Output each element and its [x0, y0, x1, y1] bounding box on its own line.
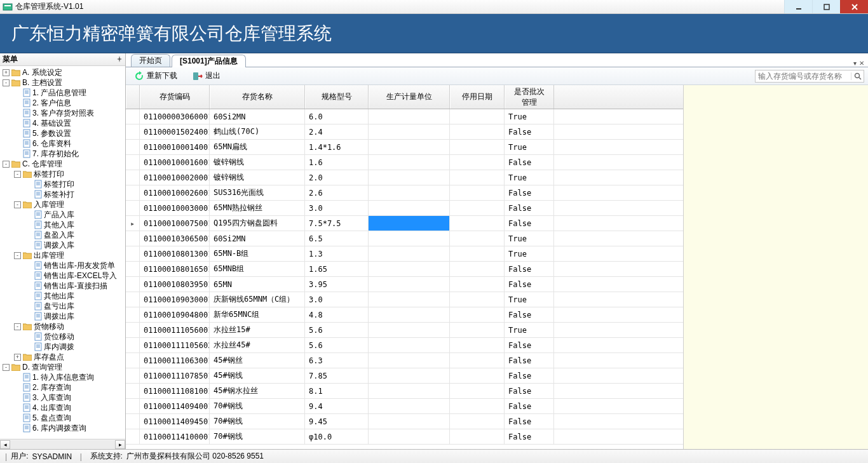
tab[interactable]: 开始页: [131, 54, 170, 67]
tree-item[interactable]: -D. 查询管理: [0, 362, 125, 372]
cell-name[interactable]: 60Si2MN: [210, 231, 305, 246]
cell-unit[interactable]: [369, 262, 450, 276]
table-row[interactable]: 011000100020001镀锌钢线2.0True: [126, 170, 683, 185]
cell-date[interactable]: [450, 185, 505, 200]
cell-spec[interactable]: φ10.0: [305, 429, 369, 444]
cell-name[interactable]: 新华65MNC组: [210, 307, 305, 322]
sidebar-scrollbar[interactable]: ◂ ▸: [0, 439, 125, 449]
cell-date[interactable]: [450, 109, 505, 124]
cell-date[interactable]: [450, 353, 505, 368]
collapse-icon[interactable]: -: [3, 79, 10, 86]
cell-batch[interactable]: True: [505, 323, 554, 337]
tree-item[interactable]: 2. 客户信息: [0, 98, 125, 108]
col-code[interactable]: 存货编码: [140, 85, 210, 109]
close-button[interactable]: [840, 0, 868, 13]
row-indicator[interactable]: [126, 231, 140, 246]
cell-name[interactable]: 鹤山线(70C): [210, 124, 305, 139]
cell-spec[interactable]: 6.3: [305, 353, 369, 368]
cell-unit[interactable]: [369, 185, 450, 200]
cell-name[interactable]: Q195四方钢盘圆料: [210, 216, 305, 231]
cell-code[interactable]: 011000108016501: [140, 262, 210, 276]
cell-code[interactable]: 011000111056001: [140, 323, 210, 337]
table-row[interactable]: 01100011107850145#钢线7.85False: [126, 368, 683, 384]
exit-button[interactable]: 退出: [188, 69, 225, 83]
cell-name[interactable]: 庆新钢线65MNM（C组）: [210, 292, 305, 307]
table-row[interactable]: 01100010801300165MN-B组1.3True: [126, 246, 683, 262]
tree-item[interactable]: 3. 入库查询: [0, 393, 125, 403]
tree-item[interactable]: 4. 基础设置: [0, 118, 125, 128]
tree-item[interactable]: 2. 库存查询: [0, 382, 125, 393]
table-row[interactable]: 011000111056001水拉丝15#5.6True: [126, 323, 683, 338]
cell-unit[interactable]: [369, 277, 450, 292]
cell-unit[interactable]: [369, 292, 450, 307]
cell-unit[interactable]: [369, 368, 450, 383]
row-indicator[interactable]: [126, 368, 140, 383]
row-indicator[interactable]: [126, 353, 140, 368]
cell-code[interactable]: 011000100014001: [140, 140, 210, 154]
col-selector[interactable]: [126, 85, 140, 109]
cell-name[interactable]: 70#钢线: [210, 429, 305, 444]
col-unit[interactable]: 生产计量单位: [369, 85, 450, 109]
cell-date[interactable]: [450, 429, 505, 444]
cell-batch[interactable]: True: [505, 231, 554, 246]
tree-item[interactable]: -货物移动: [0, 321, 125, 332]
cell-date[interactable]: [450, 338, 505, 352]
cell-unit[interactable]: [369, 170, 450, 185]
row-indicator[interactable]: [126, 292, 140, 307]
cell-name[interactable]: 镀锌钢线: [210, 155, 305, 170]
tree-item[interactable]: +库存盘点: [0, 352, 125, 362]
tree-item[interactable]: 6. 仓库资料: [0, 138, 125, 149]
cell-unit[interactable]: [369, 414, 450, 429]
table-row[interactable]: 011000100026001SUS316光面线2.6False: [126, 185, 683, 201]
table-row[interactable]: 01100010003000165MN熟拉钢丝3.0False: [126, 201, 683, 216]
cell-spec[interactable]: 4.8: [305, 307, 369, 322]
cell-code[interactable]: 011000111081001: [140, 384, 210, 398]
row-indicator[interactable]: [126, 399, 140, 413]
cell-spec[interactable]: 2.0: [305, 170, 369, 185]
cell-code[interactable]: 011000111105602: [140, 338, 210, 352]
cell-spec[interactable]: 1.4*1.6: [305, 140, 369, 154]
menu-tree[interactable]: +A. 系统设定-B. 主档设置1. 产品信息管理2. 客户信息3. 客户存货对…: [0, 66, 125, 439]
tree-item[interactable]: 7. 库存初始化: [0, 149, 125, 159]
cell-code[interactable]: 011000109030001: [140, 292, 210, 307]
cell-date[interactable]: [450, 262, 505, 276]
cell-unit[interactable]: [369, 124, 450, 139]
collapse-icon[interactable]: -: [3, 161, 10, 168]
tree-item[interactable]: 1. 待入库信息查询: [0, 372, 125, 382]
tab-dropdown-icon[interactable]: ▾: [853, 60, 857, 67]
tree-item[interactable]: 调拨入库: [0, 240, 125, 250]
cell-date[interactable]: [450, 201, 505, 215]
scroll-right-button[interactable]: ▸: [115, 440, 125, 449]
tree-item[interactable]: 其他出库: [0, 291, 125, 301]
table-row[interactable]: 011000109030001庆新钢线65MNM（C组）3.0True: [126, 292, 683, 307]
row-indicator[interactable]: [126, 323, 140, 337]
collapse-icon[interactable]: -: [14, 201, 21, 208]
cell-date[interactable]: [450, 323, 505, 337]
cell-code[interactable]: 011000111078501: [140, 368, 210, 383]
cell-spec[interactable]: 1.6: [305, 155, 369, 170]
tree-item[interactable]: 销售出库-直接扫描: [0, 281, 125, 291]
row-indicator[interactable]: [126, 185, 140, 200]
cell-date[interactable]: [450, 292, 505, 307]
table-row[interactable]: ▸011000100075001Q195四方钢盘圆料7.5*7.5False: [126, 216, 683, 231]
tree-item[interactable]: -出库管理: [0, 250, 125, 260]
table-row[interactable]: 01100000306000160Si2MN6.0True: [126, 109, 683, 124]
cell-spec[interactable]: 6.5: [305, 231, 369, 246]
cell-code[interactable]: 011000109048001: [140, 307, 210, 322]
cell-date[interactable]: [450, 170, 505, 185]
cell-spec[interactable]: 8.1: [305, 384, 369, 398]
cell-unit[interactable]: [369, 201, 450, 215]
cell-date[interactable]: [450, 368, 505, 383]
collapse-icon[interactable]: -: [3, 364, 10, 371]
cell-unit[interactable]: [369, 307, 450, 322]
cell-spec[interactable]: 2.6: [305, 185, 369, 200]
cell-name[interactable]: 镀锌钢线: [210, 170, 305, 185]
tab[interactable]: [S1001]产品信息: [172, 55, 246, 67]
table-row[interactable]: 01100011410000170#钢线φ10.0False: [126, 429, 683, 445]
cell-code[interactable]: 011000100016001: [140, 155, 210, 170]
cell-date[interactable]: [450, 124, 505, 139]
pin-icon[interactable]: [116, 55, 123, 64]
cell-batch[interactable]: False: [505, 216, 554, 231]
cell-date[interactable]: [450, 231, 505, 246]
tree-item[interactable]: -C. 仓库管理: [0, 159, 125, 169]
